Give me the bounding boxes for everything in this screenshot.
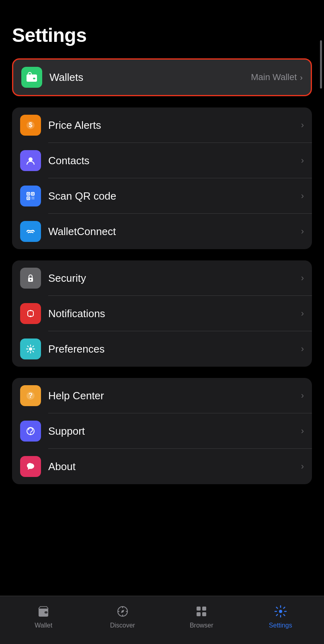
security-chevron: › [301,273,304,283]
svg-point-5 [29,157,33,161]
svg-text:$: $ [29,122,33,128]
page-title: Settings [12,24,312,46]
menu-row-about[interactable]: About › [12,449,312,484]
nav-item-wallet[interactable]: Wallet [23,603,64,629]
svg-point-27 [46,612,47,613]
about-chevron: › [301,461,304,472]
help-center-label: Help Center [48,390,301,402]
notifications-chevron: › [301,308,304,319]
scan-qr-chevron: › [301,191,304,201]
svg-rect-9 [28,193,29,194]
wallets-label: Wallets [49,71,251,84]
svg-rect-34 [197,607,201,611]
contacts-label: Contacts [48,155,301,167]
svg-point-21 [29,347,32,351]
menu-row-price-alerts[interactable]: $ Price Alerts › [12,107,312,143]
menu-row-notifications[interactable]: Notifications › [12,296,312,331]
wallet-connect-label: WalletConnect [48,225,301,238]
svg-point-17 [30,279,31,281]
about-icon [20,456,41,477]
security-icon [20,268,41,289]
svg-rect-12 [32,197,33,198]
wallet-icon [21,67,42,88]
support-icon [20,421,41,442]
svg-rect-0 [27,74,37,82]
preferences-chevron: › [301,344,304,354]
bottom-nav: Wallet Discover [0,596,324,644]
menu-row-wallet-connect[interactable]: WalletConnect › [12,214,312,249]
svg-rect-2 [33,78,35,79]
wallet-connect-icon [20,221,41,242]
menu-row-contacts[interactable]: Contacts › [12,143,312,178]
nav-settings-icon [273,603,289,619]
menu-row-security[interactable]: Security › [12,260,312,296]
nav-browser-icon [193,603,209,619]
wallets-chevron: › [300,73,303,82]
price-alerts-icon: $ [20,115,41,136]
svg-rect-36 [197,612,201,616]
svg-point-25 [30,433,31,435]
nav-item-settings[interactable]: Settings [260,603,301,629]
help-center-chevron: › [301,390,304,401]
preferences-icon [20,339,41,359]
svg-rect-13 [33,197,34,198]
scrollbar-thumb[interactable] [320,40,322,89]
svg-rect-35 [202,607,206,611]
scrollbar-track [320,40,322,592]
svg-rect-18 [28,311,33,316]
nav-wallet-icon [35,603,51,619]
svg-point-38 [279,610,282,613]
nav-item-browser[interactable]: Browser [181,603,221,629]
scan-qr-label: Scan QR code [48,190,301,202]
menu-row-scan-qr[interactable]: Scan QR code › [12,178,312,214]
nav-discover-icon [115,603,131,619]
nav-item-discover[interactable]: Discover [103,603,143,629]
support-chevron: › [301,426,304,436]
svg-rect-10 [32,193,33,194]
help-center-icon: ? [20,385,41,406]
section-group-2: Security › Notifications › [12,260,312,367]
wallet-connect-chevron: › [301,226,304,237]
section-group-3: ? Help Center › Support › [12,378,312,484]
svg-rect-1 [27,76,37,78]
support-label: Support [48,425,301,438]
svg-point-19 [30,316,31,317]
svg-rect-11 [28,198,29,199]
nav-wallet-label: Wallet [35,622,52,629]
svg-rect-37 [202,612,206,616]
svg-text:?: ? [29,392,33,399]
section-group-1: $ Price Alerts › Contacts › [12,107,312,249]
scan-qr-icon [20,186,41,206]
menu-row-preferences[interactable]: Preferences › [12,331,312,367]
menu-row-support[interactable]: Support › [12,413,312,449]
svg-rect-20 [30,310,31,311]
svg-rect-14 [32,198,33,199]
preferences-label: Preferences [48,343,301,355]
contacts-icon [20,150,41,171]
nav-settings-label: Settings [269,622,292,629]
contacts-chevron: › [301,155,304,166]
nav-browser-label: Browser [190,622,213,629]
security-label: Security [48,272,301,285]
notifications-label: Notifications [48,308,301,320]
notifications-icon [20,303,41,324]
wallets-row[interactable]: Wallets Main Wallet › [12,58,312,96]
settings-page: Settings Wallets Main Wallet › [0,0,324,644]
price-alerts-chevron: › [301,120,304,130]
nav-discover-label: Discover [110,622,135,629]
svg-rect-15 [33,198,34,199]
menu-row-help-center[interactable]: ? Help Center › [12,378,312,413]
wallets-value: Main Wallet [251,72,297,83]
price-alerts-label: Price Alerts [48,119,301,132]
about-label: About [48,460,301,473]
